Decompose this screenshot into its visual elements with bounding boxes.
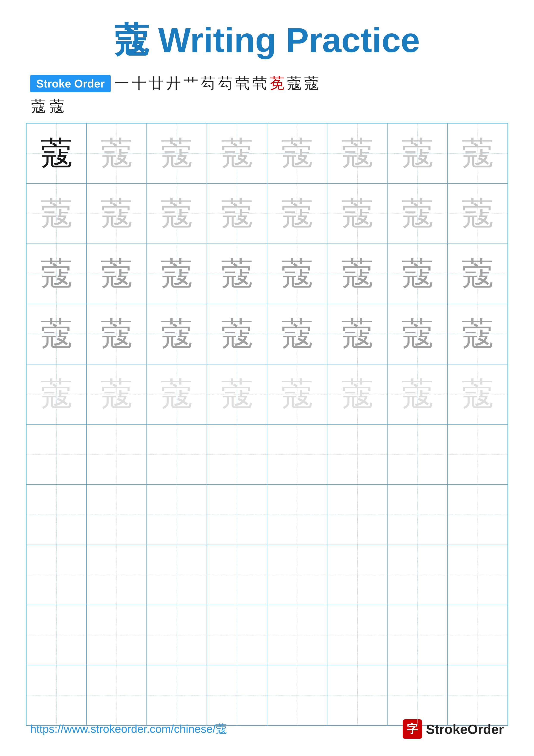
cell-9-1[interactable] <box>26 605 87 665</box>
cell-7-7[interactable] <box>387 484 447 545</box>
footer-url[interactable]: https://www.strokeorder.com/chinese/蔻 <box>30 721 227 737</box>
cell-4-7[interactable]: 蔻 <box>387 304 447 364</box>
cell-1-6[interactable]: 蔻 <box>327 123 387 183</box>
cell-3-4[interactable]: 蔻 <box>207 244 267 304</box>
cell-char: 蔻 <box>462 373 494 416</box>
cell-8-1[interactable] <box>26 545 87 605</box>
cell-char: 蔻 <box>462 132 494 175</box>
cell-3-2[interactable]: 蔻 <box>87 244 146 304</box>
stroke-10: 莬 <box>270 74 284 93</box>
cell-8-2[interactable] <box>87 545 146 605</box>
cell-1-2[interactable]: 蔻 <box>87 123 146 183</box>
stroke-second-row: 蔻 蔻 <box>30 97 504 116</box>
cell-8-4[interactable] <box>207 545 267 605</box>
cell-9-6[interactable] <box>327 605 387 665</box>
cell-5-1[interactable]: 蔻 <box>26 364 87 424</box>
cell-4-4[interactable]: 蔻 <box>207 304 267 364</box>
cell-8-6[interactable] <box>327 545 387 605</box>
cell-3-8[interactable]: 蔻 <box>447 244 508 304</box>
cell-1-4[interactable]: 蔻 <box>207 123 267 183</box>
cell-10-5[interactable] <box>267 665 327 725</box>
cell-5-7[interactable]: 蔻 <box>387 364 447 424</box>
cell-1-7[interactable]: 蔻 <box>387 123 447 183</box>
cell-10-1[interactable] <box>26 665 87 725</box>
cell-6-7[interactable] <box>387 424 447 484</box>
cell-5-2[interactable]: 蔻 <box>87 364 146 424</box>
cell-6-3[interactable] <box>147 424 207 484</box>
cell-char: 蔻 <box>161 132 192 175</box>
cell-4-8[interactable]: 蔻 <box>447 304 508 364</box>
cell-3-7[interactable]: 蔻 <box>387 244 447 304</box>
cell-4-2[interactable]: 蔻 <box>87 304 146 364</box>
cell-char: 蔻 <box>40 192 72 235</box>
cell-5-6[interactable]: 蔻 <box>327 364 387 424</box>
cell-7-4[interactable] <box>207 484 267 545</box>
cell-9-3[interactable] <box>147 605 207 665</box>
cell-6-1[interactable] <box>26 424 87 484</box>
cell-5-3[interactable]: 蔻 <box>147 364 207 424</box>
cell-2-6[interactable]: 蔻 <box>327 183 387 244</box>
cell-7-2[interactable] <box>87 484 146 545</box>
cell-4-3[interactable]: 蔻 <box>147 304 207 364</box>
cell-1-1[interactable]: 蔻 <box>26 123 87 183</box>
cell-9-5[interactable] <box>267 605 327 665</box>
stroke-13: 蔻 <box>31 97 46 116</box>
cell-9-2[interactable] <box>87 605 146 665</box>
cell-char: 蔻 <box>161 192 192 235</box>
cell-6-8[interactable] <box>447 424 508 484</box>
cell-2-1[interactable]: 蔻 <box>26 183 87 244</box>
cell-char: 蔻 <box>221 192 253 235</box>
cell-char: 蔻 <box>221 132 253 175</box>
cell-2-8[interactable]: 蔻 <box>447 183 508 244</box>
cell-7-5[interactable] <box>267 484 327 545</box>
cell-3-5[interactable]: 蔻 <box>267 244 327 304</box>
cell-2-7[interactable]: 蔻 <box>387 183 447 244</box>
cell-6-6[interactable] <box>327 424 387 484</box>
footer-logo: 字 StrokeOrder <box>403 719 504 739</box>
cell-9-4[interactable] <box>207 605 267 665</box>
page-title: 蔻 Writing Practice <box>114 21 420 59</box>
cell-char: 蔻 <box>281 252 313 295</box>
cell-9-8[interactable] <box>447 605 508 665</box>
cell-7-6[interactable] <box>327 484 387 545</box>
cell-5-8[interactable]: 蔻 <box>447 364 508 424</box>
cell-2-5[interactable]: 蔻 <box>267 183 327 244</box>
cell-8-7[interactable] <box>387 545 447 605</box>
stroke-7: 芶 <box>218 74 233 93</box>
cell-7-3[interactable] <box>147 484 207 545</box>
cell-8-5[interactable] <box>267 545 327 605</box>
grid-row-5: 蔻 蔻 蔻 蔻 蔻 蔻 蔻 蔻 <box>26 364 508 424</box>
cell-5-4[interactable]: 蔻 <box>207 364 267 424</box>
cell-3-3[interactable]: 蔻 <box>147 244 207 304</box>
cell-7-8[interactable] <box>447 484 508 545</box>
cell-9-7[interactable] <box>387 605 447 665</box>
cell-10-6[interactable] <box>327 665 387 725</box>
cell-1-8[interactable]: 蔻 <box>447 123 508 183</box>
cell-6-2[interactable] <box>87 424 146 484</box>
cell-10-2[interactable] <box>87 665 146 725</box>
cell-1-3[interactable]: 蔻 <box>147 123 207 183</box>
cell-8-8[interactable] <box>447 545 508 605</box>
cell-6-4[interactable] <box>207 424 267 484</box>
cell-2-2[interactable]: 蔻 <box>87 183 146 244</box>
cell-2-3[interactable]: 蔻 <box>147 183 207 244</box>
cell-10-4[interactable] <box>207 665 267 725</box>
cell-3-6[interactable]: 蔻 <box>327 244 387 304</box>
cell-char: 蔻 <box>281 192 313 235</box>
cell-8-3[interactable] <box>147 545 207 605</box>
cell-10-7[interactable] <box>387 665 447 725</box>
cell-1-5[interactable]: 蔻 <box>267 123 327 183</box>
cell-5-5[interactable]: 蔻 <box>267 364 327 424</box>
cell-4-6[interactable]: 蔻 <box>327 304 387 364</box>
cell-4-1[interactable]: 蔻 <box>26 304 87 364</box>
cell-3-1[interactable]: 蔻 <box>26 244 87 304</box>
cell-10-8[interactable] <box>447 665 508 725</box>
cell-6-5[interactable] <box>267 424 327 484</box>
grid-row-3: 蔻 蔻 蔻 蔻 蔻 蔻 蔻 蔻 <box>26 244 508 304</box>
cell-7-1[interactable] <box>26 484 87 545</box>
cell-char: 蔻 <box>101 312 133 356</box>
cell-4-5[interactable]: 蔻 <box>267 304 327 364</box>
stroke-12: 蔻 <box>304 74 319 93</box>
cell-2-4[interactable]: 蔻 <box>207 183 267 244</box>
cell-10-3[interactable] <box>147 665 207 725</box>
